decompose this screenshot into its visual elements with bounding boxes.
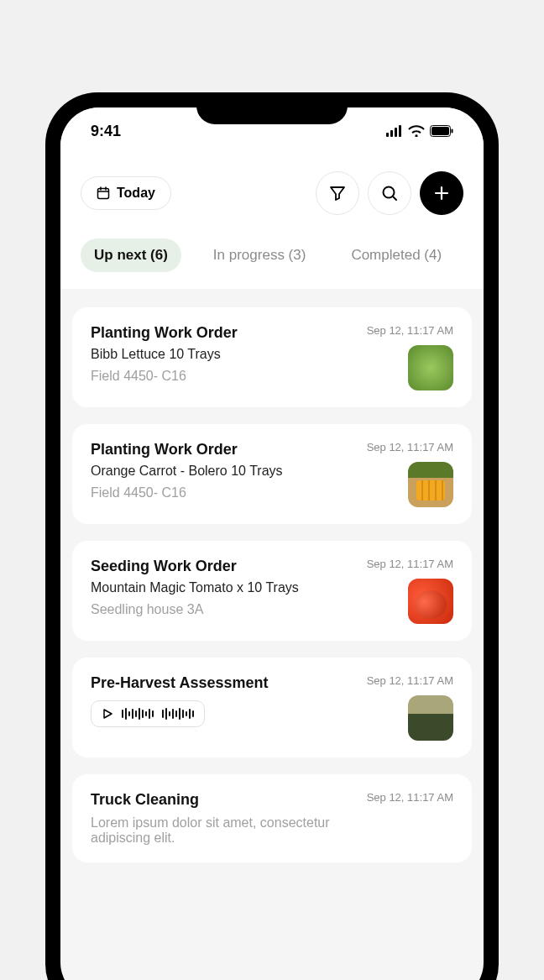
- work-order-card[interactable]: Truck Cleaning Lorem ipsum dolor sit ame…: [72, 774, 472, 862]
- card-time: Sep 12, 11:17 AM: [367, 674, 453, 687]
- wifi-icon: [408, 125, 425, 137]
- audio-playback[interactable]: [91, 700, 205, 727]
- tab-up-next[interactable]: Up next (6): [81, 238, 181, 272]
- add-button[interactable]: [420, 171, 463, 215]
- status-icons: [386, 125, 453, 137]
- svg-rect-7: [98, 189, 109, 199]
- card-thumbnail: [408, 579, 453, 624]
- card-subtitle: Mountain Magic Tomato x 10 Trays: [91, 580, 355, 595]
- card-title: Pre-Harvest Assessment: [91, 674, 355, 692]
- svg-rect-3: [399, 125, 401, 137]
- phone-notch: [196, 92, 348, 124]
- plus-icon: [433, 185, 450, 202]
- search-icon: [381, 185, 398, 202]
- tab-in-progress[interactable]: In progress (3): [200, 238, 320, 272]
- card-location: Field 4450- C16: [91, 485, 355, 500]
- today-label: Today: [117, 186, 155, 201]
- play-icon: [102, 708, 113, 720]
- filter-button[interactable]: [316, 171, 359, 215]
- header-row: Today: [81, 171, 463, 215]
- tabs: Up next (6) In progress (3) Completed (4…: [81, 215, 463, 289]
- status-time: 9:41: [91, 123, 121, 140]
- tab-completed[interactable]: Completed (4): [337, 238, 455, 272]
- card-subtitle: Bibb Lettuce 10 Trays: [91, 347, 355, 362]
- work-order-list: Planting Work Order Bibb Lettuce 10 Tray…: [60, 289, 484, 862]
- svg-rect-6: [452, 129, 453, 134]
- card-thumbnail: [408, 695, 453, 741]
- card-location: Seedling house 3A: [91, 602, 355, 617]
- svg-rect-1: [390, 130, 393, 137]
- svg-rect-2: [395, 128, 397, 137]
- work-order-card[interactable]: Planting Work Order Orange Carrot - Bole…: [72, 424, 472, 524]
- card-title: Planting Work Order: [91, 324, 355, 342]
- filter-icon: [329, 185, 346, 202]
- svg-rect-0: [386, 133, 389, 137]
- waveform-icon: [122, 708, 194, 720]
- work-order-card[interactable]: Planting Work Order Bibb Lettuce 10 Tray…: [72, 307, 472, 407]
- card-time: Sep 12, 11:17 AM: [367, 791, 453, 804]
- card-subtitle: Orange Carrot - Bolero 10 Trays: [91, 464, 355, 479]
- today-button[interactable]: Today: [81, 176, 171, 210]
- svg-rect-5: [432, 127, 449, 135]
- card-time: Sep 12, 11:17 AM: [367, 324, 453, 337]
- card-thumbnail: [408, 462, 453, 507]
- card-location: Field 4450- C16: [91, 369, 355, 384]
- card-time: Sep 12, 11:17 AM: [367, 441, 453, 453]
- header-section: Today Up next (6) In progress (3) Comple…: [60, 155, 484, 289]
- battery-icon: [430, 125, 453, 137]
- calendar-icon: [97, 186, 110, 200]
- card-thumbnail: [408, 345, 453, 390]
- search-button[interactable]: [368, 171, 411, 215]
- work-order-card[interactable]: Seeding Work Order Mountain Magic Tomato…: [72, 541, 472, 641]
- card-time: Sep 12, 11:17 AM: [367, 558, 453, 570]
- phone-frame: 9:41 Today: [45, 92, 499, 980]
- card-title: Seeding Work Order: [91, 558, 355, 575]
- work-order-card[interactable]: Pre-Harvest Assessment Sep 12, 11:17 AM: [72, 658, 472, 757]
- card-title: Truck Cleaning: [91, 791, 355, 809]
- phone-screen: 9:41 Today: [60, 107, 484, 980]
- card-description: Lorem ipsum dolor sit amet, consectetur …: [91, 815, 355, 846]
- svg-line-12: [393, 197, 396, 200]
- card-title: Planting Work Order: [91, 441, 355, 459]
- cellular-icon: [386, 125, 403, 137]
